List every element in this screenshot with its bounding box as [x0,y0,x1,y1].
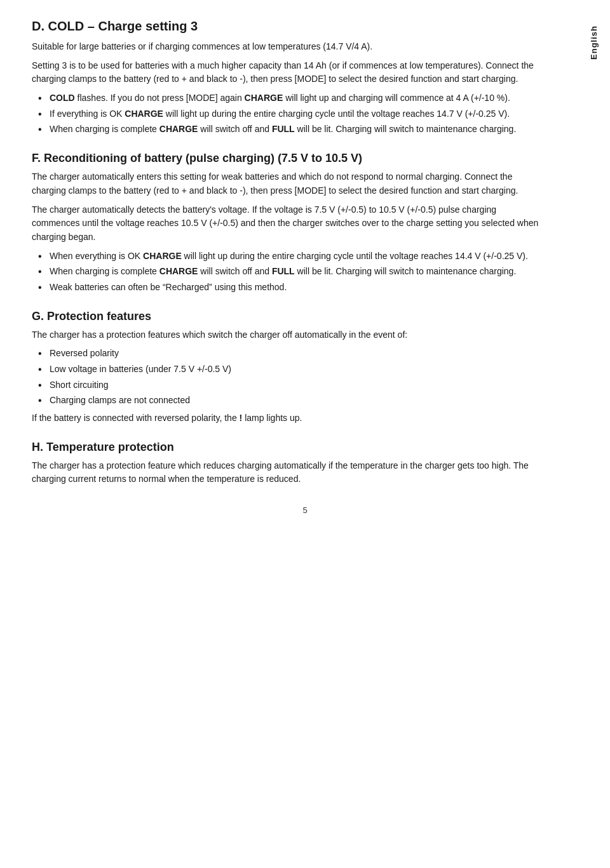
reconditioning-bullets: When everything is OK CHARGE will light … [38,250,546,295]
cold-charge-bullet-1: COLD flashes. If you do not press [MODE]… [38,91,546,105]
cold-charge-bullet-3: When charging is complete CHARGE will sw… [38,123,546,137]
section-temperature: H. Temperature protection The charger ha… [32,441,546,486]
reconditioning-bullet-1: When everything is OK CHARGE will light … [38,250,546,264]
exclamation-lamp: ! [240,413,243,423]
full-text-2: FULL [272,266,295,276]
charge-text-5: CHARGE [159,266,198,276]
cold-charge-bullets: COLD flashes. If you do not press [MODE]… [38,91,546,137]
temperature-para1: The charger has a protection feature whi… [32,459,546,486]
protection-bullets: Reversed polarity Low voltage in batteri… [38,347,546,408]
reconditioning-title: F. Reconditioning of battery (pulse char… [32,152,546,165]
charge-text-4: CHARGE [143,251,182,261]
main-content: D. COLD – Charge setting 3 Suitable for … [32,19,546,486]
reconditioning-para2: The charger automatically detects the ba… [32,203,546,244]
section-protection: G. Protection features The charger has a… [32,310,546,425]
page-number: 5 [32,505,578,515]
reconditioning-para1: The charger automatically enters this se… [32,170,546,197]
protection-bullet-reversed-polarity: Reversed polarity [38,347,546,361]
protection-title: G. Protection features [32,310,546,323]
page-container: English D. COLD – Charge setting 3 Suita… [0,0,610,868]
charge-text-3: CHARGE [159,124,198,134]
protection-para2: If the battery is connected with reverse… [32,411,546,425]
charge-text-1: CHARGE [245,93,283,103]
cold-charge-para1: Setting 3 is to be used for batteries wi… [32,59,546,86]
cold-charge-intro: Suitable for large batteries or if charg… [32,40,546,54]
protection-bullet-low-voltage: Low voltage in batteries (under 7.5 V +/… [38,363,546,377]
cold-text: COLD [50,93,75,103]
section-cold-charge: D. COLD – Charge setting 3 Suitable for … [32,19,546,137]
cold-charge-title: D. COLD – Charge setting 3 [32,19,546,34]
sidebar-language-label: English [589,25,599,60]
reconditioning-bullet-2: When charging is complete CHARGE will sw… [38,265,546,279]
temperature-title: H. Temperature protection [32,441,546,454]
cold-charge-bullet-2: If everything is OK CHARGE will light up… [38,107,546,121]
charge-text-2: CHARGE [125,109,163,119]
protection-bullet-short-circuit: Short circuiting [38,378,546,392]
reconditioning-bullet-3: Weak batteries can often be “Recharged” … [38,281,546,295]
section-reconditioning: F. Reconditioning of battery (pulse char… [32,152,546,295]
protection-bullet-clamps-not-connected: Charging clamps are not connected [38,394,546,408]
full-text-1: FULL [272,124,295,134]
protection-para1: The charger has a protection features wh… [32,328,546,342]
